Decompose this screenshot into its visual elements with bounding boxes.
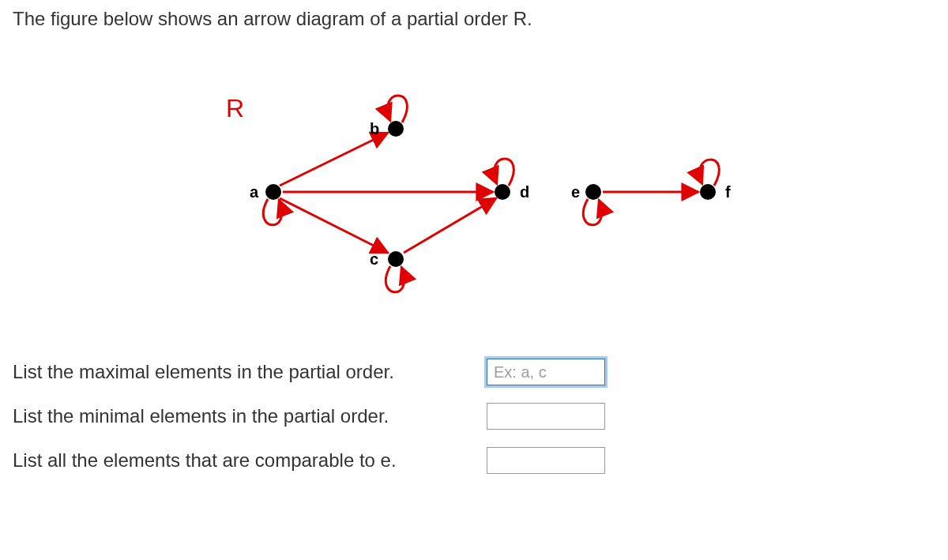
question-row-maximal: List the maximal elements in the partial… bbox=[13, 359, 935, 385]
loop-c bbox=[386, 266, 404, 292]
question-minimal-text: List the minimal elements in the partial… bbox=[13, 405, 487, 427]
node-a bbox=[265, 184, 281, 200]
question-maximal-text: List the maximal elements in the partial… bbox=[13, 361, 487, 383]
node-f-label: f bbox=[725, 183, 731, 201]
node-c-label: c bbox=[370, 250, 378, 268]
answer-comparable-input[interactable] bbox=[487, 447, 605, 474]
node-b bbox=[388, 121, 404, 137]
question-block: List the maximal elements in the partial… bbox=[13, 359, 935, 474]
answer-minimal-input[interactable] bbox=[487, 403, 605, 430]
loop-a bbox=[263, 199, 281, 225]
node-a-label: a bbox=[250, 183, 259, 201]
node-e-label: e bbox=[571, 183, 580, 201]
intro-text: The figure below shows an arrow diagram … bbox=[13, 8, 935, 30]
edge-a-b bbox=[280, 133, 388, 186]
node-e bbox=[585, 184, 601, 200]
relation-label: R bbox=[226, 94, 244, 122]
arrow-diagram: R a b c d e f bbox=[13, 46, 935, 327]
edge-a-c bbox=[280, 198, 388, 253]
loop-f bbox=[699, 160, 719, 186]
loop-d bbox=[494, 159, 514, 186]
loop-e bbox=[583, 199, 601, 225]
node-c bbox=[388, 251, 404, 267]
question-row-comparable: List all the elements that are comparabl… bbox=[13, 447, 935, 474]
question-row-minimal: List the minimal elements in the partial… bbox=[13, 403, 935, 430]
node-d-label: d bbox=[520, 183, 529, 201]
node-f bbox=[700, 184, 716, 200]
edge-c-d bbox=[404, 198, 496, 253]
loop-b bbox=[387, 96, 407, 122]
answer-maximal-input[interactable] bbox=[487, 359, 605, 385]
node-d bbox=[495, 184, 510, 200]
node-b-label: b bbox=[370, 120, 379, 137]
question-comparable-text: List all the elements that are comparabl… bbox=[13, 449, 487, 472]
